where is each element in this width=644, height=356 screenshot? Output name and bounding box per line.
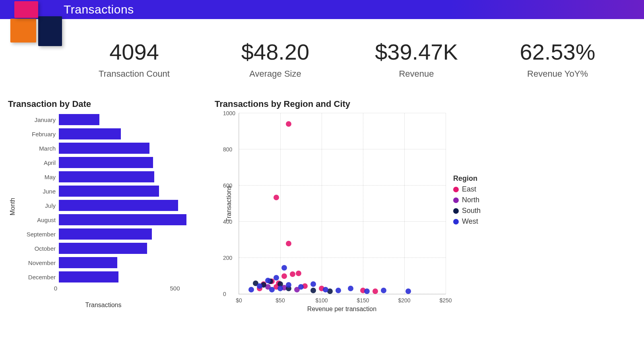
scatter-point[interactable] — [405, 288, 411, 294]
grid-line-vertical — [239, 113, 239, 294]
kpi-label: Average Size — [205, 69, 346, 79]
bar-fill — [59, 214, 186, 225]
bar-fill — [59, 114, 99, 125]
legend-dot-icon — [453, 197, 459, 203]
kpi-label: Revenue — [346, 69, 487, 79]
scatter-x-tick: $100 — [315, 297, 328, 304]
bar-category-label: October — [8, 245, 59, 252]
bar-category-label: June — [8, 188, 59, 195]
bar-row[interactable]: December — [8, 271, 199, 283]
grid-line-vertical — [363, 113, 363, 294]
kpi-average-size[interactable]: $48.20 Average Size — [205, 41, 346, 79]
kpi-value: $39.47K — [346, 41, 487, 63]
scatter-point[interactable] — [248, 287, 254, 292]
bar-row[interactable]: October — [8, 242, 199, 255]
bar-track — [59, 186, 199, 197]
scatter-point[interactable] — [336, 288, 341, 293]
bar-category-label: May — [8, 174, 59, 180]
chart-title: Transactions by Region and City — [215, 99, 485, 109]
grid-line-horizontal — [239, 257, 446, 258]
scatter-point[interactable] — [296, 271, 301, 276]
scatter-point[interactable] — [274, 275, 279, 281]
bar-row[interactable]: June — [8, 185, 199, 197]
bar-y-axis-label: Month — [9, 198, 16, 215]
scatter-y-tick: 400 — [223, 219, 232, 225]
legend-dot-icon — [453, 187, 459, 192]
kpi-transaction-count[interactable]: 4094 Transaction Count — [64, 41, 205, 79]
legend-dot-icon — [453, 219, 459, 224]
scatter-point[interactable] — [281, 265, 287, 271]
scatter-x-tick: $150 — [357, 297, 369, 304]
legend-label: East — [462, 185, 476, 193]
bar-row[interactable]: August — [8, 213, 199, 226]
legend-label: North — [462, 196, 479, 204]
bar-row[interactable]: November — [8, 256, 199, 269]
scatter-point[interactable] — [323, 287, 328, 292]
logo-block-navy — [38, 16, 62, 46]
legend-item[interactable]: East — [453, 185, 481, 193]
bar-row[interactable]: February — [8, 128, 199, 140]
bar-track — [59, 143, 199, 154]
bar-track — [59, 228, 199, 240]
bar-row[interactable]: May — [8, 170, 199, 183]
bar-fill — [59, 157, 153, 168]
scatter-point[interactable] — [310, 281, 316, 287]
scatter-point[interactable] — [286, 121, 291, 127]
legend-dot-icon — [453, 208, 459, 214]
scatter-y-tick: 600 — [223, 182, 232, 189]
bar-fill — [59, 143, 149, 154]
bar-row[interactable]: March — [8, 142, 199, 155]
bar-track — [59, 200, 199, 211]
bar-fill — [59, 128, 121, 139]
chart-transaction-by-date[interactable]: Transaction by Date Month JanuaryFebruar… — [8, 99, 199, 313]
bar-track — [59, 114, 199, 125]
kpi-value: $48.20 — [205, 41, 346, 63]
scatter-point[interactable] — [298, 284, 304, 290]
scatter-point[interactable] — [381, 288, 386, 293]
legend-item[interactable]: South — [453, 207, 481, 215]
bar-row[interactable]: July — [8, 199, 199, 212]
scatter-point[interactable] — [277, 286, 283, 291]
chart-transactions-by-region-city[interactable]: Transactions by Region and City Transact… — [215, 99, 485, 313]
bar-category-label: March — [8, 145, 59, 152]
bar-track — [59, 157, 199, 168]
bar-track — [59, 257, 199, 268]
bar-fill — [59, 271, 118, 282]
scatter-point[interactable] — [265, 278, 271, 283]
grid-line-horizontal — [239, 149, 446, 149]
grid-line-vertical — [446, 113, 446, 294]
bar-fill — [59, 228, 152, 240]
scatter-y-tick: 1000 — [223, 110, 235, 116]
legend-item[interactable]: North — [453, 196, 481, 204]
bar-row[interactable]: September — [8, 228, 199, 240]
chart-title: Transaction by Date — [8, 99, 199, 109]
scatter-point[interactable] — [372, 288, 378, 294]
kpi-label: Transaction Count — [64, 69, 205, 79]
scatter-point[interactable] — [286, 282, 291, 288]
bar-row[interactable]: January — [8, 113, 199, 126]
scatter-point[interactable] — [269, 287, 275, 292]
bar-x-axis-label: Transactions — [8, 302, 199, 309]
bar-category-label: February — [8, 131, 59, 137]
scatter-point[interactable] — [348, 286, 353, 291]
scatter-point[interactable] — [290, 271, 295, 277]
kpi-label: Revenue YoY% — [487, 69, 628, 79]
bar-row[interactable]: April — [8, 156, 199, 169]
scatter-point[interactable] — [286, 241, 291, 246]
scatter-point[interactable] — [310, 288, 316, 293]
bar-fill — [59, 257, 117, 268]
scatter-x-tick: $250 — [439, 297, 452, 304]
scatter-y-axis-label: Transactions — [225, 186, 233, 222]
page-header: Transactions — [0, 0, 644, 19]
scatter-point[interactable] — [257, 283, 262, 289]
scatter-point[interactable] — [364, 288, 370, 294]
kpi-revenue[interactable]: $39.47K Revenue — [346, 41, 487, 79]
bar-fill — [59, 200, 178, 211]
grid-line-horizontal — [239, 113, 446, 113]
kpi-revenue-yoy[interactable]: 62.53% Revenue YoY% — [487, 41, 628, 79]
scatter-point[interactable] — [281, 273, 287, 279]
scatter-point[interactable] — [274, 195, 279, 200]
legend-item[interactable]: West — [453, 217, 481, 226]
scatter-x-tick: $200 — [398, 297, 410, 304]
grid-line-horizontal — [239, 294, 446, 294]
